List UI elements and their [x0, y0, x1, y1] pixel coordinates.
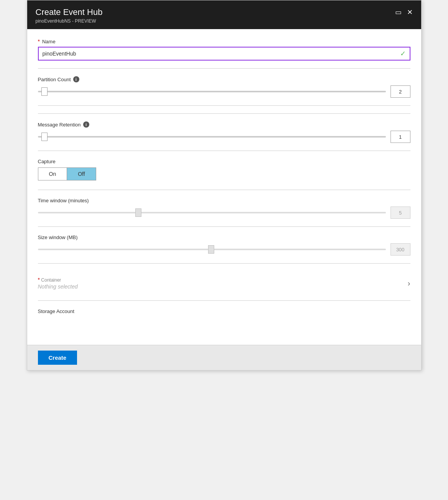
- partition-count-value: 2: [391, 85, 410, 98]
- container-label-row: * Container: [38, 277, 78, 283]
- capture-on-button[interactable]: On: [38, 167, 67, 180]
- divider-5: [38, 190, 410, 190]
- capture-toggle-group: On Off: [38, 167, 410, 180]
- retention-slider-thumb[interactable]: [41, 133, 48, 141]
- capture-label: Capture: [38, 159, 410, 164]
- size-window-slider-row: 300: [38, 243, 410, 256]
- retention-slider-track: [38, 136, 386, 138]
- divider-2: [38, 105, 410, 106]
- time-window-slider-thumb[interactable]: [135, 208, 141, 217]
- container-chevron-icon[interactable]: ›: [408, 279, 410, 288]
- message-retention-label-row: Message Retention i: [38, 121, 410, 128]
- panel-body: * Name ✓ Partition Count i 2: [27, 29, 421, 345]
- retention-value: 1: [391, 131, 410, 143]
- container-field: * Container Nothing selected ›: [38, 271, 410, 293]
- partition-info-icon[interactable]: i: [73, 76, 79, 82]
- name-field-group: * Name ✓: [38, 38, 410, 61]
- time-window-label: Time window (minutes): [38, 198, 410, 203]
- name-input-wrapper: ✓: [38, 47, 410, 61]
- partition-slider-track: [38, 91, 386, 92]
- size-window-slider-thumb[interactable]: [208, 245, 214, 254]
- capture-group: Capture On Off: [38, 159, 410, 180]
- close-icon[interactable]: ✕: [407, 9, 413, 16]
- size-window-group: Size window (MB) 300: [38, 234, 410, 256]
- panel-subtitle: pinoEventHubNS - PREVIEW: [36, 18, 103, 24]
- divider-6: [38, 226, 410, 227]
- time-window-slider-row: 5: [38, 207, 410, 219]
- retention-slider-row: 1: [38, 131, 410, 143]
- name-label-row: * Name: [38, 38, 410, 44]
- container-placeholder: Nothing selected: [38, 284, 78, 290]
- partition-slider-row: 2: [38, 85, 410, 98]
- time-window-group: Time window (minutes) 5: [38, 198, 410, 219]
- footer-bar: Create: [27, 345, 421, 370]
- time-window-value: 5: [391, 207, 410, 219]
- minimize-icon[interactable]: ▭: [395, 9, 402, 16]
- divider-4: [38, 151, 410, 151]
- header-actions: ▭ ✕: [395, 9, 413, 16]
- container-field-left: * Container Nothing selected: [38, 277, 78, 290]
- name-input[interactable]: [39, 48, 410, 60]
- divider-8: [38, 300, 410, 301]
- size-window-label: Size window (MB): [38, 234, 410, 240]
- message-retention-label: Message Retention: [38, 122, 81, 128]
- create-button[interactable]: Create: [38, 351, 77, 365]
- name-required-star: *: [38, 38, 40, 44]
- name-label: Name: [42, 39, 56, 44]
- time-window-slider-track: [38, 212, 386, 213]
- name-checkmark-icon: ✓: [400, 49, 406, 58]
- partition-count-label: Partition Count: [38, 77, 71, 82]
- partition-slider-thumb[interactable]: [41, 87, 48, 96]
- partition-count-group: Partition Count i 2: [38, 76, 410, 98]
- retention-info-icon[interactable]: i: [83, 121, 89, 128]
- divider-3: [38, 113, 410, 114]
- partition-count-label-row: Partition Count i: [38, 76, 410, 82]
- container-label: Container: [41, 277, 61, 283]
- size-window-slider-track: [38, 249, 386, 250]
- panel-header: Create Event Hub pinoEventHubNS - PREVIE…: [27, 0, 421, 29]
- size-window-value: 300: [391, 243, 410, 256]
- panel-title: Create Event Hub: [36, 7, 103, 17]
- container-required-star: *: [38, 277, 40, 283]
- header-left: Create Event Hub pinoEventHubNS - PREVIE…: [36, 7, 103, 24]
- message-retention-group: Message Retention i 1: [38, 121, 410, 143]
- divider-1: [38, 68, 410, 69]
- capture-off-button[interactable]: Off: [67, 167, 96, 180]
- create-event-hub-panel: Create Event Hub pinoEventHubNS - PREVIE…: [27, 0, 422, 370]
- divider-7: [38, 263, 410, 264]
- storage-account-label: Storage Account: [38, 308, 410, 314]
